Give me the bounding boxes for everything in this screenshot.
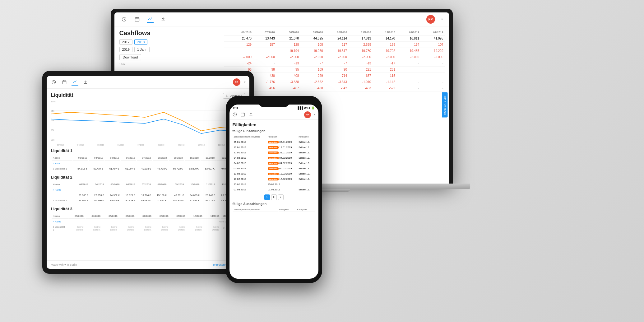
tablet-th-05: 05/2018 bbox=[105, 156, 120, 161]
laptop-nav-chart-icon[interactable] bbox=[147, 16, 154, 23]
table-cell-val: - bbox=[397, 85, 421, 91]
table-cell-val: 61.497 € bbox=[105, 166, 120, 171]
table-cell-val: -2.000 bbox=[301, 54, 325, 60]
phone-user-avatar[interactable]: FP bbox=[304, 111, 311, 118]
table-cell-date: 05.01.2019 bbox=[233, 140, 267, 144]
table-cell-val: -108 bbox=[301, 41, 325, 48]
phone-content: Fälligkeiten fällige Einzahlungen Zahlun… bbox=[229, 120, 318, 269]
table-cell-val: 97.894 € bbox=[186, 198, 201, 203]
tablet-nav-chart-icon[interactable] bbox=[72, 79, 78, 86]
table-cell-val: 63.800 € bbox=[185, 166, 200, 171]
table-cell-val: 13.443 bbox=[253, 35, 277, 41]
table-cell-label bbox=[224, 41, 230, 48]
laptop-year-2018[interactable]: 2018 bbox=[134, 39, 147, 45]
table-cell-val: Keine Daten. bbox=[136, 225, 153, 232]
badge-verspaetet: Verspätet bbox=[268, 157, 279, 159]
table-row: 17.02.2019 Verspätet 17.02.2019 Erlöse 1… bbox=[233, 177, 315, 181]
laptop-year-2017[interactable]: 2017 bbox=[119, 39, 132, 45]
tablet-liq3-th-08: 08/2018 bbox=[153, 214, 170, 219]
tablet-sigma-liq1: Σ Liquidität 1 bbox=[52, 166, 73, 171]
phone-avatar-dropdown[interactable]: ▾ bbox=[314, 113, 315, 116]
tablet-liq1-table: Konto 03/2018 04/2018 05/2018 06/2018 07… bbox=[51, 155, 245, 172]
table-cell-category: Erlöse 19... bbox=[298, 156, 314, 160]
laptop-nav-upload-icon[interactable] bbox=[160, 16, 167, 23]
table-row: -1.762 -1.776 -3.838 -2.852 -3.343 -1.01… bbox=[224, 79, 445, 85]
tablet-liq3-th-04: 04/2018 bbox=[86, 214, 102, 219]
phone-table-header-row: Zahlungsdatum (erwartet) Fälligkeit Kate… bbox=[233, 135, 315, 139]
table-cell-badge: Verspätet 21.01.2019 bbox=[267, 150, 297, 155]
table-cell-val: 23.470 bbox=[230, 35, 253, 41]
phone-nav-clock-icon[interactable] bbox=[233, 112, 238, 117]
laptop-nav-calendar-icon[interactable] bbox=[134, 16, 141, 23]
table-cell-val: - bbox=[421, 66, 445, 72]
tablet-user-avatar[interactable]: FP bbox=[233, 78, 240, 86]
table-cell-val bbox=[73, 188, 232, 192]
laptop-year-2019[interactable]: 2019 bbox=[119, 47, 132, 52]
table-cell-val: 16.811 bbox=[397, 35, 421, 41]
table-cell-val: 21.070 bbox=[277, 35, 301, 41]
phone-auszahlungen-table: Zahlungsdatum (erwartet) Fälligkeit Kate… bbox=[233, 207, 315, 212]
page-btn-2[interactable]: 2 bbox=[271, 194, 277, 200]
table-cell-val: -1.010 bbox=[349, 79, 373, 85]
table-cell-val: -95 bbox=[277, 66, 301, 72]
phone-app-header: FP ▾ bbox=[229, 110, 318, 120]
table-cell-val: -24 bbox=[230, 60, 253, 66]
tablet-screen: FP ▾ Liquidität ⬇ Download bbox=[47, 76, 249, 269]
table-cell-val: - bbox=[421, 60, 445, 66]
table-cell-val: 24.114 bbox=[325, 35, 349, 41]
table-cell-val: 17.813 bbox=[349, 35, 373, 41]
table-cell-val: 46.708 € bbox=[153, 166, 168, 171]
tablet-liq3-expand[interactable]: > Konto bbox=[52, 219, 68, 224]
laptop-download-button[interactable]: Download bbox=[119, 54, 141, 60]
tablet-konto-expand[interactable]: > Konto bbox=[52, 161, 73, 166]
table-cell-val: -13 bbox=[277, 60, 301, 66]
table-cell-val: -98 bbox=[253, 66, 277, 72]
laptop-th-10-2018: 10/2018 bbox=[325, 30, 349, 35]
table-cell-val: -2.539 bbox=[349, 41, 373, 48]
tablet-nav-clock-icon[interactable] bbox=[50, 79, 57, 86]
phone-outer: 9:41 ▐▐▐ WiFi 🔋 bbox=[226, 96, 322, 283]
table-cell-label bbox=[224, 54, 230, 60]
table-cell-val bbox=[253, 48, 277, 54]
tablet-liq3-th-konto: Konto bbox=[52, 214, 68, 219]
table-cell-val: -157 bbox=[253, 41, 277, 48]
phone-nav-calendar-icon[interactable] bbox=[241, 112, 246, 117]
tablet-nav-upload-icon[interactable] bbox=[82, 79, 89, 86]
table-row: -19.194 -19.060 -19.517 -19.780 -19.702 … bbox=[224, 48, 445, 54]
page-btn-1[interactable]: 1 bbox=[264, 194, 270, 200]
tablet-liq3-th-10: 10/2018 bbox=[187, 214, 204, 219]
tablet-liq2-th-06: 06/2018 bbox=[121, 182, 136, 187]
table-cell-val: -430 bbox=[253, 72, 277, 79]
feedback-tab[interactable]: Hilfe / Feedback bbox=[442, 92, 448, 117]
tablet-avatar-dropdown[interactable]: ▾ bbox=[244, 81, 246, 84]
tablet-chart-area: 100k75k50k25k00k bbox=[51, 100, 245, 141]
svg-rect-18 bbox=[241, 113, 244, 116]
tablet-th-09: 09/2018 bbox=[169, 156, 184, 161]
tablet-liq2-expand[interactable]: > Konto bbox=[52, 188, 72, 192]
table-cell-val: -463 bbox=[349, 85, 373, 91]
table-cell-val: - bbox=[421, 85, 445, 91]
table-cell-val: Keine Daten. bbox=[86, 225, 102, 232]
table-cell-badge: Verspätet 04.02.2019 bbox=[267, 156, 297, 160]
page-btn-next[interactable]: > bbox=[278, 194, 284, 200]
table-cell-date: 17.02.2019 bbox=[233, 177, 267, 181]
laptop-year-buttons: 2017 2018 bbox=[119, 39, 215, 45]
badge-verspaetet: Verspätet bbox=[268, 141, 279, 143]
laptop-avatar-dropdown[interactable]: ▾ bbox=[441, 17, 443, 21]
table-cell-val: Keine Daten. bbox=[187, 225, 204, 232]
tablet-outer: FP ▾ Liquidität ⬇ Download bbox=[42, 71, 254, 274]
tablet-th-06: 06/2018 bbox=[121, 156, 136, 161]
table-cell-badge: Verspätet 05.02.2019 bbox=[267, 166, 297, 171]
tablet-th-03: 03/2018 bbox=[73, 156, 88, 161]
tablet-footer-impressum[interactable]: Impressum bbox=[213, 263, 227, 266]
laptop-user-avatar[interactable]: FP bbox=[426, 15, 435, 24]
tablet-liq3-th-06: 06/2018 bbox=[119, 214, 136, 219]
table-row: 23.470 13.443 21.070 44.525 24.114 17.81… bbox=[224, 35, 445, 41]
table-row: -2.000 -2.000 -2.000 -2.000 -2.000 -2.00… bbox=[224, 54, 445, 60]
phone-nav-upload-icon[interactable] bbox=[249, 112, 254, 117]
table-cell-val: -19.702 bbox=[373, 48, 397, 54]
laptop-nav-clock-icon[interactable] bbox=[121, 16, 127, 23]
tablet-nav-calendar-icon[interactable] bbox=[61, 79, 68, 86]
laptop-year-1jahr[interactable]: 1 Jahr bbox=[134, 47, 150, 52]
table-cell-val: -2.000 bbox=[253, 54, 277, 60]
